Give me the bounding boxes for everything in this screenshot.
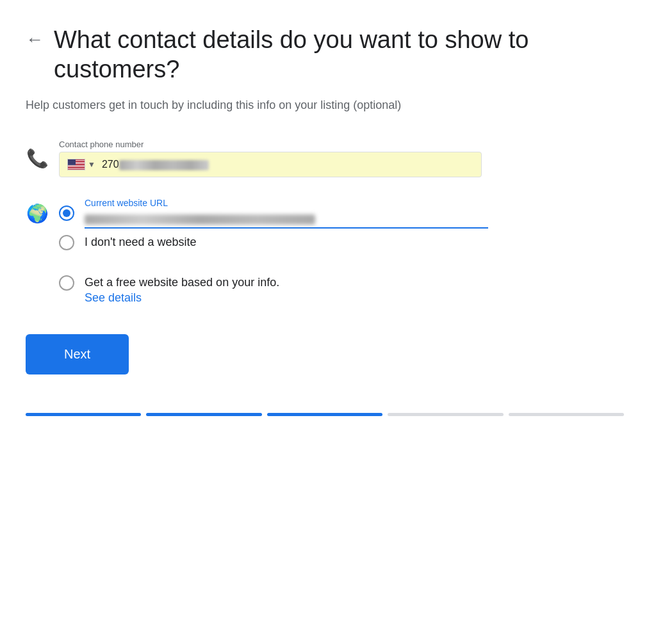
website-input-wrapper: Current website URL (85, 198, 488, 229)
phone-field-wrapper: Contact phone number ▼ 270 (59, 140, 482, 177)
free-website-radio[interactable] (59, 275, 74, 291)
phone-number-value[interactable]: 270 (102, 159, 473, 170)
progress-segment-3 (267, 413, 382, 416)
page-title: What contact details do you want to show… (54, 26, 579, 84)
phone-input-container[interactable]: ▼ 270 (59, 152, 482, 177)
chevron-down-icon: ▼ (88, 160, 95, 169)
free-website-text-block: Get a free website based on your info. S… (85, 274, 279, 305)
website-url-blurred (85, 214, 315, 225)
form-section: 📞 Contact phone number ▼ 270 🌍 (26, 140, 624, 305)
no-website-label: I don't need a website (85, 234, 197, 251)
phone-label: Contact phone number (59, 140, 482, 149)
page-header: ← What contact details do you want to sh… (26, 26, 624, 84)
progress-segment-2 (146, 413, 261, 416)
phone-prefix: 270 (102, 159, 119, 170)
current-website-radio[interactable] (59, 205, 74, 221)
subtitle: Help customers get in touch by including… (26, 97, 551, 114)
progress-segment-4 (388, 413, 503, 416)
phone-row: 📞 Contact phone number ▼ 270 (26, 140, 624, 177)
free-website-label: Get a free website based on your info. (85, 276, 279, 289)
progress-segment-5 (509, 413, 624, 416)
no-website-radio[interactable] (59, 235, 74, 250)
country-selector[interactable]: ▼ (67, 159, 95, 170)
phone-blurred (119, 160, 209, 170)
us-flag-icon (67, 159, 85, 170)
globe-icon: 🌍 (26, 203, 49, 224)
radio-selected-inner (63, 209, 70, 217)
see-details-link[interactable]: See details (85, 291, 142, 304)
no-website-option-row: I don't need a website (59, 234, 624, 251)
free-website-option-row: Get a free website based on your info. S… (59, 274, 624, 305)
website-row: 🌍 Current website URL (26, 198, 624, 229)
progress-bar (26, 413, 624, 416)
phone-icon: 📞 (26, 148, 49, 169)
website-url-label: Current website URL (85, 198, 488, 208)
progress-segment-1 (26, 413, 141, 416)
next-button[interactable]: Next (26, 334, 129, 374)
website-input-display[interactable] (85, 211, 488, 229)
back-button[interactable]: ← (26, 29, 44, 50)
